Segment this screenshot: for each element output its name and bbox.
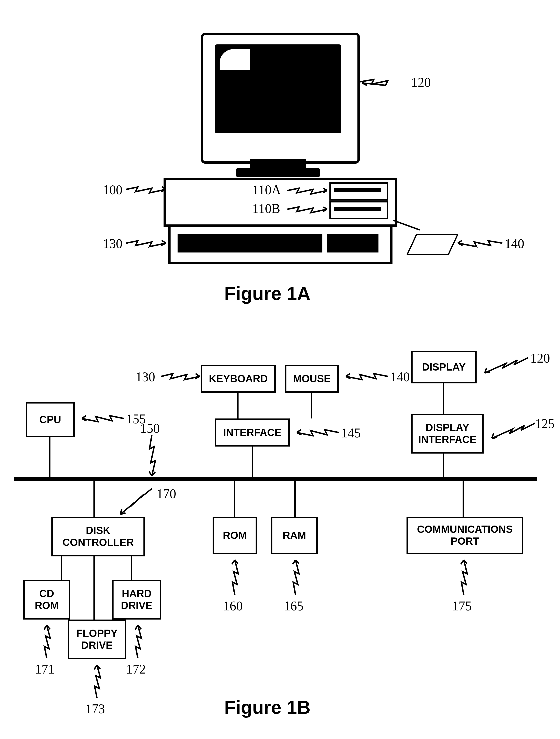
zig-arrow-icon — [161, 370, 201, 384]
zig-arrow-icon — [126, 236, 168, 250]
drive-slot-a — [334, 188, 381, 192]
box-comm-port: COMMUNICATIONS PORT — [406, 517, 523, 554]
box-rom: ROM — [213, 517, 257, 554]
ref-145: 145 — [341, 426, 361, 440]
label-interface: INTERFACE — [223, 427, 281, 439]
system-bus — [14, 477, 537, 481]
ref-172: 172 — [126, 661, 146, 677]
spark-arrow-up-icon — [455, 559, 472, 596]
ref-165: 165 — [284, 598, 304, 613]
box-disk-controller: DISK CONTROLLER — [51, 517, 145, 556]
label-cd-rom: CD ROM — [26, 588, 67, 611]
keyboard-numpad — [327, 234, 378, 253]
zig-arrow-icon — [455, 236, 502, 250]
ref-125: 125 — [535, 416, 555, 431]
box-cd-rom: CD ROM — [23, 580, 70, 619]
ref-100: 100 — [103, 182, 123, 197]
drive-slot-b — [334, 207, 381, 211]
conn-bus-ram — [295, 481, 296, 518]
ref-171: 171 — [35, 661, 55, 677]
label-floppy-drive: FLOPPY DRIVE — [70, 627, 123, 651]
conn-interface-bus — [251, 447, 253, 477]
conn-bus-rom — [234, 481, 235, 518]
label-disk-controller: DISK CONTROLLER — [54, 525, 142, 548]
conn-di-bus — [443, 454, 444, 477]
keyboard-keys — [178, 234, 322, 253]
spark-arrow-up-icon — [130, 624, 146, 659]
conn-dc-hard — [131, 556, 132, 582]
ref-175: 175 — [452, 598, 472, 613]
ref-170: 170 — [157, 486, 176, 501]
ref-150: 150 — [140, 421, 160, 436]
label-keyboard: KEYBOARD — [209, 373, 268, 385]
box-cpu: CPU — [26, 402, 75, 437]
conn-dc-floppy — [94, 556, 95, 622]
zig-arrow-icon — [79, 412, 124, 426]
box-mouse: MOUSE — [285, 365, 339, 393]
label-mouse: MOUSE — [293, 373, 331, 385]
spark-arrow-icon — [143, 435, 161, 477]
zig-arrow-icon — [126, 182, 168, 196]
label-display: DISPLAY — [422, 361, 466, 373]
box-floppy-drive: FLOPPY DRIVE — [68, 619, 126, 659]
ref-140-a: 140 — [505, 236, 524, 251]
label-comm-port: COMMUNICATIONS PORT — [409, 524, 521, 547]
label-cpu: CPU — [39, 414, 61, 426]
crt-foot — [236, 168, 320, 177]
ref-110a: 110A — [252, 182, 281, 197]
zig-arrow-icon — [295, 426, 339, 440]
conn-display-di — [443, 384, 444, 414]
conn-bus-comm — [462, 481, 464, 518]
spark-arrow-up-icon — [227, 559, 243, 596]
box-hard-drive: HARD DRIVE — [112, 580, 161, 619]
zig-arrow-icon — [481, 355, 528, 377]
conn-cpu-bus — [49, 437, 50, 477]
spark-arrow-up-icon — [89, 664, 105, 699]
box-display-interface: DISPLAY INTERFACE — [411, 414, 484, 454]
label-display-interface: DISPLAY INTERFACE — [414, 422, 481, 445]
ref-120-a: 120 — [411, 75, 431, 90]
ref-160: 160 — [223, 598, 243, 613]
label-hard-drive: HARD DRIVE — [115, 588, 158, 611]
mouse — [406, 234, 459, 255]
ref-130-a: 130 — [103, 236, 123, 251]
ref-140-b: 140 — [390, 370, 410, 384]
figure-1b-title: Figure 1B — [224, 697, 311, 718]
box-interface: INTERFACE — [215, 419, 290, 447]
spark-arrow-up-icon — [38, 624, 55, 659]
label-rom: ROM — [223, 530, 247, 542]
diag-arrow-icon — [117, 486, 154, 517]
figure-1a-title: Figure 1A — [224, 283, 311, 304]
zig-arrow-icon — [488, 421, 535, 442]
conn-keyboard-interface — [237, 393, 238, 419]
ref-130-b: 130 — [136, 370, 155, 384]
conn-bus-diskctrl — [94, 481, 95, 518]
zig-arrow-icon — [288, 203, 329, 215]
zig-arrow-icon — [343, 370, 388, 384]
spark-arrow-up-icon — [288, 559, 304, 596]
ref-173: 173 — [85, 701, 105, 716]
ref-120-b: 120 — [530, 351, 550, 365]
conn-dc-cd — [61, 556, 62, 582]
conn-mouse-interface — [311, 393, 312, 419]
ref-110b: 110B — [252, 201, 280, 216]
box-display: DISPLAY — [411, 351, 477, 384]
label-ram: RAM — [283, 530, 306, 542]
box-ram: RAM — [271, 517, 318, 554]
zig-arrow-icon — [288, 185, 329, 196]
box-keyboard: KEYBOARD — [201, 365, 276, 393]
zig-arrow-icon — [360, 75, 406, 89]
